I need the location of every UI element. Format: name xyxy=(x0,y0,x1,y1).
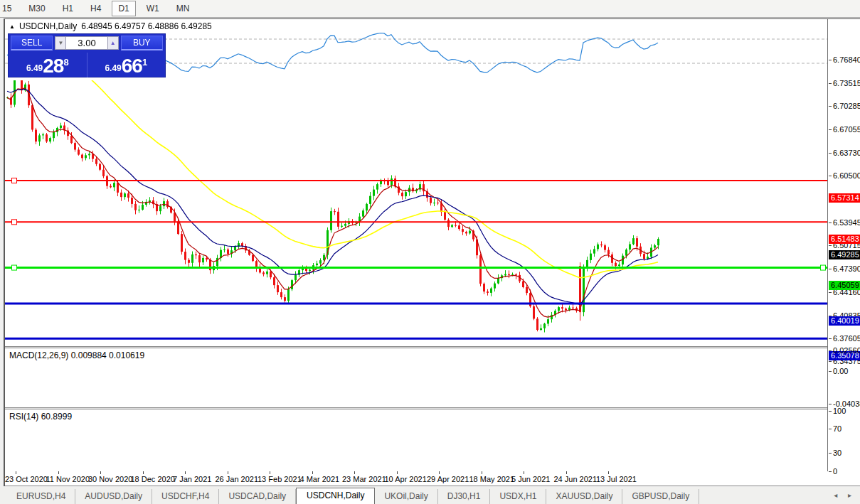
tab-usdcad-daily[interactable]: USDCAD,Daily xyxy=(219,489,296,504)
buy-button[interactable]: BUY xyxy=(121,36,163,50)
date-tick-label: 11 Nov 2020 xyxy=(46,475,90,483)
symbol-ohlc: 6.48945 6.49757 6.48886 6.49285 xyxy=(81,21,212,31)
date-tick xyxy=(16,471,16,474)
sell-price-big: 28 xyxy=(43,57,63,75)
price-tick-label: 6.70285 xyxy=(833,102,860,110)
volume-increase-button[interactable]: ▲ xyxy=(107,36,119,50)
tab-ukoil-daily[interactable]: UKOil,Daily xyxy=(375,489,437,504)
mt4-window: 15M30H1H4D1W1MN ▲ USDCNH,Daily 6.48945 6… xyxy=(0,0,860,504)
date-tick-label: 18 May 2021 xyxy=(469,475,515,483)
price-marker-label: 6.57314 xyxy=(829,193,860,203)
sell-price-pip: 8 xyxy=(63,57,68,68)
price-tick-label: 6.76840 xyxy=(833,55,860,64)
date-tick xyxy=(354,471,355,474)
sell-quote-button[interactable]: 6.49 28 8 xyxy=(9,53,87,77)
volume-decrease-button[interactable]: ▼ xyxy=(55,36,66,50)
price-tick-label: 6.47390 xyxy=(833,264,860,273)
price-tick-label: 6.63730 xyxy=(833,149,860,157)
price-marker-label: 6.45059 xyxy=(829,281,860,290)
rsi-indicator-label: RSI(14) 60.8999 xyxy=(9,412,72,422)
timeframe-button-d1[interactable]: D1 xyxy=(112,1,135,16)
macd-panel-separator[interactable] xyxy=(5,346,860,348)
timeframe-button-h1[interactable]: H1 xyxy=(56,1,80,16)
date-tick xyxy=(439,471,440,474)
price-tick-label: 6.53945 xyxy=(833,218,860,227)
price-tick-label: 6.73515 xyxy=(833,79,860,87)
chart-tab-bar: EURUSD,H4AUDUSD,DailyUSDCHF,H4USDCAD,Dai… xyxy=(0,487,860,504)
tab-audusd-daily[interactable]: AUDUSD,Daily xyxy=(75,489,152,504)
date-axis[interactable]: 23 Oct 202011 Nov 202030 Nov 202018 Dec … xyxy=(5,471,860,486)
price-tick-label: 6.37605 xyxy=(833,334,860,343)
symbol-title: USDCNH,Daily xyxy=(19,21,77,31)
tab-scroll-arrows[interactable]: ◂ ▸ xyxy=(834,491,856,499)
date-tick-label: 4 Mar 2021 xyxy=(300,475,340,483)
buy-price-pip: 1 xyxy=(142,57,147,68)
date-tick xyxy=(482,471,482,474)
volume-input[interactable]: 3.00 xyxy=(66,36,107,50)
timeframe-button-mn[interactable]: MN xyxy=(170,1,196,16)
timeframe-button-h4[interactable]: H4 xyxy=(84,1,107,16)
buy-price-big: 66 xyxy=(122,57,142,75)
symbol-header: ▲ USDCNH,Daily 6.48945 6.49757 6.48886 6… xyxy=(9,21,212,31)
one-click-trading-panel: SELL ▼ 3.00 ▲ BUY 6.49 28 8 6.49 66 1 xyxy=(8,33,166,77)
date-tick xyxy=(608,471,609,474)
date-tick-label: 13 Feb 2021 xyxy=(258,475,302,483)
date-tick xyxy=(397,471,398,474)
date-tick xyxy=(100,471,101,474)
sell-button[interactable]: SELL xyxy=(11,36,53,50)
tab-dj30-h1[interactable]: DJ30,H1 xyxy=(438,489,491,504)
date-tick xyxy=(228,471,228,474)
price-marker-label: 6.40019 xyxy=(829,316,860,326)
timeframe-button-15[interactable]: 15 xyxy=(0,1,18,16)
tab-eurusd-h4[interactable]: EURUSD,H4 xyxy=(7,489,75,504)
price-tick-label: 6.67055 xyxy=(833,125,860,134)
tab-gbpusd-daily[interactable]: GBPUSD,Daily xyxy=(622,489,699,504)
date-tick xyxy=(143,471,144,474)
price-tick-label: 6.60500 xyxy=(833,171,860,180)
date-tick-label: 5 Jun 2021 xyxy=(511,475,550,483)
timeframe-button-m30[interactable]: M30 xyxy=(22,1,51,16)
date-tick-label: 13 Jul 2021 xyxy=(596,475,637,483)
rsi-tick-label: 100 xyxy=(833,407,846,415)
date-tick-label: 18 Dec 2020 xyxy=(131,475,175,483)
date-tick-label: 24 Jun 2021 xyxy=(554,475,598,483)
rsi-tick-label: 30 xyxy=(833,449,842,457)
collapse-chart-icon[interactable]: ▲ xyxy=(9,23,15,30)
date-tick xyxy=(566,471,567,474)
chart-window: ▲ USDCNH,Daily 6.48945 6.49757 6.48886 6… xyxy=(4,18,860,486)
rsi-tick-label: 70 xyxy=(833,424,842,433)
sell-price-prefix: 6.49 xyxy=(26,63,43,73)
price-marker-label: 6.49285 xyxy=(829,250,860,259)
rsi-panel-separator[interactable] xyxy=(5,407,860,409)
timeframe-toolbar: 15M30H1H4D1W1MN xyxy=(0,0,860,18)
trade-panel-controls: SELL ▼ 3.00 ▲ BUY xyxy=(9,34,165,52)
price-marker-label: 6.51483 xyxy=(829,235,860,244)
date-tick-label: 7 Jan 2021 xyxy=(173,475,211,483)
rsi-tick-label: 0 xyxy=(833,467,837,476)
buy-quote-button[interactable]: 6.49 66 1 xyxy=(87,53,166,77)
macd-tick-label: 0.025609 xyxy=(833,346,860,355)
tab-usdx-h1[interactable]: USDX,H1 xyxy=(490,489,546,504)
date-tick-label: 26 Jan 2021 xyxy=(216,475,259,483)
date-tick xyxy=(58,471,59,474)
trade-panel-quotes: 6.49 28 8 6.49 66 1 xyxy=(9,53,165,77)
date-tick xyxy=(270,471,270,474)
date-tick-label: 29 Apr 2021 xyxy=(427,475,469,483)
date-tick xyxy=(524,471,524,474)
date-tick-label: 10 Apr 2021 xyxy=(385,475,427,483)
date-tick-label: 30 Nov 2020 xyxy=(88,475,132,483)
date-tick-label: 23 Oct 2020 xyxy=(5,475,48,483)
date-tick xyxy=(185,471,186,474)
date-tick-label: 23 Mar 2021 xyxy=(342,475,386,483)
buy-price-prefix: 6.49 xyxy=(105,63,121,73)
tab-usdcnh-daily[interactable]: USDCNH,Daily xyxy=(296,488,375,504)
tab-usdchf-h4[interactable]: USDCHF,H4 xyxy=(152,489,219,504)
timeframe-button-w1[interactable]: W1 xyxy=(140,1,166,16)
date-tick xyxy=(312,471,313,474)
macd-tick-label: 0.00 xyxy=(833,367,848,375)
macd-indicator-label: MACD(12,26,9) 0.009884 0.010619 xyxy=(9,350,144,360)
tab-xauusd-daily[interactable]: XAUUSD,Daily xyxy=(546,489,622,504)
